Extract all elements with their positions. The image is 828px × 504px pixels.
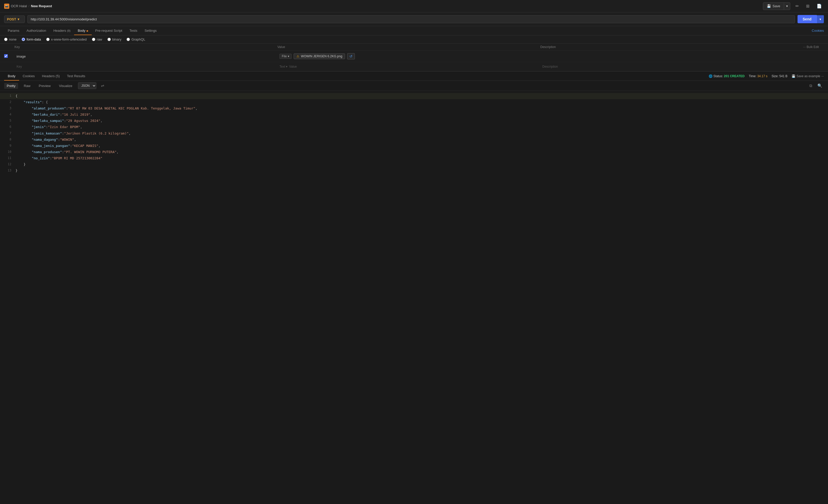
app-icon: 📷	[4, 4, 9, 9]
json-line-3: 3 "alamat_produsen" : "RT 07 RW 03 DESA …	[0, 106, 828, 112]
json-line-13: 13 }	[0, 168, 828, 174]
tab-tests[interactable]: Tests	[126, 26, 141, 35]
search-icon-btn[interactable]: 🔍	[816, 83, 824, 89]
tab-authorization[interactable]: Authorization	[23, 26, 50, 35]
response-tab-cookies[interactable]: Cookies	[19, 72, 39, 81]
response-header: Body Cookies Headers (5) Test Results 🌐 …	[0, 72, 828, 81]
response-tab-body[interactable]: Body	[4, 72, 19, 81]
save-example-button[interactable]: 💾 Save as example ···	[792, 74, 824, 78]
send-button[interactable]: Send	[797, 15, 817, 23]
radio-form-data[interactable]: form-data	[22, 37, 41, 41]
file-chevron: ▾	[288, 54, 289, 58]
response-tab-test-results[interactable]: Test Results	[63, 72, 89, 81]
col-description: Description	[540, 45, 803, 49]
row-value-cell: File ▾ ⚠ WOWIN JERIGEN 6.2KG.png ↺	[277, 52, 540, 60]
form-table-header: Key Value Description ··· Bulk Edit	[0, 44, 828, 51]
placeholder-description: Description	[540, 64, 803, 70]
json-line-1: 1 {	[0, 93, 828, 99]
radio-urlencoded[interactable]: x-www-form-urlencoded	[46, 37, 87, 41]
json-line-5: 5 "berlaku_sampai" : "29 Agustus 2024" ,	[0, 118, 828, 124]
tab-headers[interactable]: Headers (9)	[50, 26, 74, 35]
radio-binary[interactable]: binary	[108, 37, 121, 41]
tab-pre-request[interactable]: Pre-request Script	[92, 26, 126, 35]
warning-icon: ⚠	[296, 54, 299, 58]
json-content: 1 { 2 "results" : { 3 "alamat_produsen" …	[0, 91, 828, 504]
view-tab-raw[interactable]: Raw	[21, 83, 33, 89]
save-dropdown-button[interactable]: ▾	[784, 3, 790, 9]
response-tabs-left: Body Cookies Headers (5) Test Results	[4, 72, 89, 81]
cookies-link[interactable]: Cookies	[812, 29, 824, 33]
json-line-12: 12 }	[0, 161, 828, 168]
url-input[interactable]	[27, 15, 795, 23]
col-key: Key	[14, 45, 277, 49]
row-checkbox[interactable]	[4, 54, 8, 58]
tabs-bar: Params Authorization Headers (9) Body Pr…	[0, 26, 828, 35]
breadcrumb: 📷 OCR Halal / New Request	[4, 4, 52, 9]
refresh-button[interactable]: ↺	[347, 53, 355, 59]
edit-button[interactable]: ✏	[793, 3, 801, 9]
placeholder-row: Key Text ▾ Value Description	[0, 62, 828, 71]
save-example-label: Save as example	[796, 74, 820, 78]
body-options: none form-data x-www-form-urlencoded raw…	[0, 35, 828, 44]
breadcrumb-separator: /	[29, 4, 30, 8]
radio-graphql[interactable]: GraphQL	[127, 37, 145, 41]
json-line-6: 6 "jenis" : "Izin Edar BPOM" ,	[0, 124, 828, 130]
header-left: 📷 OCR Halal / New Request	[4, 4, 52, 9]
radio-none[interactable]: none	[4, 37, 16, 41]
response-section: Body Cookies Headers (5) Test Results 🌐 …	[0, 72, 828, 504]
request-bar: POST ▾ Send ▾	[0, 12, 828, 26]
file-type-badge[interactable]: File ▾	[280, 54, 292, 59]
time-label: Time:	[749, 74, 757, 78]
method-select[interactable]: POST ▾	[4, 15, 25, 23]
json-toolbar-right: ⧉ 🔍	[808, 83, 824, 89]
row-key: image	[14, 53, 277, 59]
doc-button[interactable]: 📄	[815, 3, 824, 9]
save-btn-group: 💾 Save ▾	[763, 2, 790, 10]
size-badge: 541 B	[780, 74, 787, 78]
save-icon: 💾	[767, 4, 771, 8]
view-tab-preview[interactable]: Preview	[36, 83, 53, 89]
tab-body[interactable]: Body	[74, 26, 92, 35]
size-label: Size:	[772, 74, 780, 78]
tab-settings[interactable]: Settings	[141, 26, 160, 35]
status-badge: 201 CREATED	[724, 74, 745, 78]
response-meta: 🌐 Status: 201 CREATED Time: 34.17 s Size…	[709, 74, 824, 78]
wrap-icon-btn[interactable]: ⇌	[99, 83, 106, 89]
method-chevron: ▾	[17, 17, 19, 21]
copy-icon-btn[interactable]: ⧉	[808, 83, 814, 89]
col-bulk-edit[interactable]: ··· Bulk Edit	[803, 45, 824, 49]
save-example-icon: 💾	[792, 74, 795, 78]
json-toolbar-left: Pretty Raw Preview Visualize JSON XML HT…	[4, 82, 106, 89]
json-line-4: 4 "berlaku_dari" : "16 Juli 2019" ,	[0, 112, 828, 118]
placeholder-type[interactable]: Text ▾	[280, 65, 287, 69]
time-badge: 34.17 s	[757, 74, 767, 78]
tabs-left: Params Authorization Headers (9) Body Pr…	[4, 26, 160, 35]
app-name: OCR Halal	[11, 4, 27, 8]
view-tab-pretty[interactable]: Pretty	[4, 83, 18, 89]
json-line-8: 8 "nama_dagang" : "WOWIN" ,	[0, 137, 828, 143]
placeholder-key[interactable]: Key	[14, 64, 277, 70]
row-checkbox-cell[interactable]	[4, 54, 14, 58]
tab-params[interactable]: Params	[4, 26, 23, 35]
json-line-2: 2 "results" : {	[0, 99, 828, 106]
layout-button[interactable]: ⊞	[804, 3, 812, 9]
placeholder-value[interactable]: Value	[289, 65, 297, 69]
header: 📷 OCR Halal / New Request 💾 Save ▾ ✏ ⊞ 📄	[0, 0, 828, 12]
view-tab-visualize[interactable]: Visualize	[56, 83, 75, 89]
status-label: Status:	[713, 74, 724, 78]
file-value: ⚠ WOWIN JERIGEN 6.2KG.png	[294, 53, 345, 59]
json-line-9: 9 "nama_jenis_pangan" : "KECAP MANIS" ,	[0, 143, 828, 149]
json-toolbar: Pretty Raw Preview Visualize JSON XML HT…	[0, 81, 828, 91]
table-row: image File ▾ ⚠ WOWIN JERIGEN 6.2KG.png ↺	[0, 51, 828, 62]
save-button[interactable]: 💾 Save	[763, 3, 784, 9]
send-dropdown-button[interactable]: ▾	[817, 15, 824, 23]
main-content: POST ▾ Send ▾ Params Authorization Heade…	[0, 12, 828, 504]
row-description	[540, 55, 803, 57]
json-line-7: 7 "jenis_kemasan" : "Jeriken Plastik (6.…	[0, 130, 828, 137]
format-select[interactable]: JSON XML HTML Text	[78, 82, 96, 89]
json-line-10: 10 "nama_produsen" : "PT. WOWIN PURNOMO …	[0, 149, 828, 155]
col-value: Value	[277, 45, 540, 49]
radio-raw[interactable]: raw	[92, 37, 102, 41]
json-line-11: 11 "no_izin" : "BPOM RI MD 257213002284"	[0, 155, 828, 161]
response-tab-headers[interactable]: Headers (5)	[39, 72, 64, 81]
